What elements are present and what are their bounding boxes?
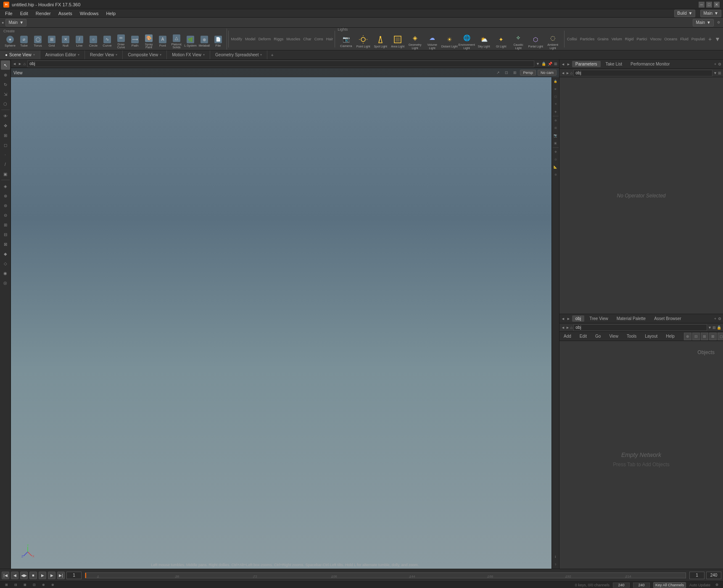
create-point-light[interactable]: Point Light <box>355 32 372 51</box>
key-all-btn[interactable]: Key All Channels <box>653 582 686 588</box>
timeline-skip-end[interactable]: ▶| <box>57 572 65 579</box>
vp-shading-btn[interactable]: ◈ <box>552 108 559 115</box>
network-dropdown[interactable]: Main ▼ <box>5 19 26 26</box>
net-menu-tools[interactable]: Tools <box>624 333 639 339</box>
tab-asset-browser[interactable]: Asset Browser <box>651 315 684 322</box>
vp-orient-btn[interactable]: ⊙ <box>552 156 559 163</box>
net-icon-3[interactable]: ⊞ <box>701 333 708 340</box>
net-icon-2[interactable]: ⊟ <box>692 333 700 340</box>
build-dropdown[interactable]: Build ▼ <box>674 10 695 17</box>
frame-end-input-2[interactable] <box>633 583 650 588</box>
tool-t5[interactable]: / <box>1 160 10 169</box>
no-cam-btn[interactable]: No cam <box>538 70 557 76</box>
create-line[interactable]: / Line <box>73 34 86 49</box>
create-font[interactable]: A Font <box>156 34 169 49</box>
vp-expand[interactable]: ⊞ <box>554 62 557 66</box>
tool-t7[interactable]: ◈ <box>1 181 10 191</box>
create-distant-light[interactable]: ☀ Distant Light <box>441 32 458 51</box>
tool-t3[interactable]: ◻ <box>1 140 10 150</box>
tab-render-view[interactable]: Render View ▾ <box>85 50 123 59</box>
vp-path-forward[interactable]: ► <box>18 62 22 66</box>
net-path-forward[interactable]: ► <box>566 326 570 330</box>
status-icon-3[interactable]: ⊠ <box>22 582 28 588</box>
net-expand[interactable]: ⊞ <box>712 326 716 330</box>
create-file[interactable]: 📄 File <box>211 34 225 49</box>
net-menu-view[interactable]: View <box>607 333 621 339</box>
tool-transform[interactable]: ⊕ <box>1 70 10 79</box>
timeline-play[interactable]: ▶ <box>39 572 46 579</box>
create-curve[interactable]: ∿ Curve <box>100 34 114 49</box>
net-menu-edit[interactable]: Edit <box>577 333 589 339</box>
vp-header-btn-3[interactable]: ⊞ <box>513 71 517 75</box>
vp-help-btn[interactable]: ? <box>552 561 559 568</box>
status-icon-5[interactable]: ⊕ <box>40 582 46 588</box>
vp-camera-btn[interactable]: 📷 <box>552 132 559 139</box>
tool-t2[interactable]: ⊞ <box>1 131 10 140</box>
params-path-home[interactable]: ⌂ <box>570 71 573 75</box>
timeline-play-end[interactable] <box>706 572 721 579</box>
add-shelf-button[interactable]: + <box>706 32 714 47</box>
status-icon-6[interactable]: ⊗ <box>50 582 55 588</box>
vp-path-pin[interactable]: 📌 <box>548 62 552 66</box>
create-draw-curve[interactable]: ✏ Draw Curve <box>114 34 128 49</box>
params-path-forward[interactable]: ► <box>566 71 570 75</box>
add-tab-button[interactable]: + <box>267 51 277 59</box>
net-path-home[interactable]: ⌂ <box>570 326 573 330</box>
vp-eye-btn[interactable]: 👁 <box>552 86 559 92</box>
menu-windows[interactable]: Windows <box>77 10 102 17</box>
timeline-step-back[interactable]: ◀ <box>11 572 18 579</box>
timeline-play-back[interactable]: ◀▶ <box>20 572 28 579</box>
tool-t13[interactable]: ⊠ <box>1 239 10 249</box>
menu-help[interactable]: Help <box>103 10 119 17</box>
tab-composite-view[interactable]: Composite View ▾ <box>123 50 167 59</box>
frame-end-input-1[interactable] <box>613 583 630 588</box>
create-lsystem[interactable]: 🌿 L-System <box>184 34 197 49</box>
net-menu-add[interactable]: Add <box>561 333 574 339</box>
tool-t4[interactable]: · <box>1 150 10 159</box>
create-portal-light[interactable]: ⬡ Portal Light <box>527 32 544 51</box>
create-spot-light[interactable]: Spot Light <box>372 32 389 51</box>
create-tube[interactable]: ⌀ Tube <box>17 34 31 49</box>
timeline-stop[interactable]: ■ <box>29 572 37 579</box>
net-forward-btn[interactable]: ► <box>567 317 570 321</box>
net-icon-5[interactable]: ◻ <box>718 333 723 340</box>
params-back-btn[interactable]: ◄ <box>561 62 565 66</box>
net-menu-layout[interactable]: Layout <box>642 333 660 339</box>
status-settings[interactable]: ⚙ <box>714 582 720 588</box>
vp-header-btn-2[interactable]: ⊡ <box>505 71 508 75</box>
net-path-dropdown[interactable]: ▼ <box>708 326 712 330</box>
create-caustic-light[interactable]: ✧ Caustic Light <box>510 32 527 51</box>
net-back-btn[interactable]: ◄ <box>561 317 565 321</box>
menu-file[interactable]: File <box>2 10 16 17</box>
tool-t12[interactable]: ⊟ <box>1 230 10 239</box>
vp-info-btn[interactable]: ℹ <box>552 554 559 560</box>
maximize-button[interactable]: □ <box>706 2 712 8</box>
create-sky-light[interactable]: ⛅ Sky Light <box>475 32 492 51</box>
params-add-tab[interactable]: + <box>714 62 716 66</box>
create-sphere[interactable]: ● Sphere <box>3 34 17 49</box>
vp-lock-btn[interactable]: 🔒 <box>552 78 559 85</box>
create-geometry-light[interactable]: ◈ Geometry Light <box>406 32 423 51</box>
tab-tree-view[interactable]: Tree View <box>586 315 611 322</box>
tool-t14[interactable]: ◆ <box>1 249 10 258</box>
create-camera[interactable]: 📷 Camera <box>338 32 354 51</box>
minimize-button[interactable]: ─ <box>699 2 705 8</box>
net-lock[interactable]: 🔒 <box>717 326 721 330</box>
panel-options-btn[interactable]: ⚙ <box>715 20 721 26</box>
create-platonic[interactable]: △ Platonic Solids <box>170 34 183 49</box>
menu-assets[interactable]: Assets <box>55 10 76 17</box>
params-path-dropdown[interactable]: ▼ <box>713 71 717 75</box>
vp-measure-btn[interactable]: 📐 <box>552 164 559 171</box>
tab-take-list[interactable]: Take List <box>602 61 625 67</box>
vp-grid-btn[interactable]: ⊞ <box>552 125 559 131</box>
tool-t16[interactable]: ◉ <box>1 268 10 278</box>
create-spray-paint[interactable]: 🎨 Spray Paint <box>142 34 156 49</box>
tool-t6[interactable]: ▣ <box>1 169 10 178</box>
status-icon-1[interactable]: ⊞ <box>3 582 9 588</box>
create-area-light[interactable]: Area Light <box>389 32 406 51</box>
net-path-back[interactable]: ◄ <box>561 326 565 330</box>
tool-t15[interactable]: ◇ <box>1 259 10 268</box>
params-expand[interactable]: ⊞ <box>718 71 721 75</box>
timeline-bar[interactable]: 1 38 72 106 144 168 192 214 <box>85 572 686 578</box>
create-ambient-light[interactable]: ◌ Ambient Light <box>544 32 561 51</box>
